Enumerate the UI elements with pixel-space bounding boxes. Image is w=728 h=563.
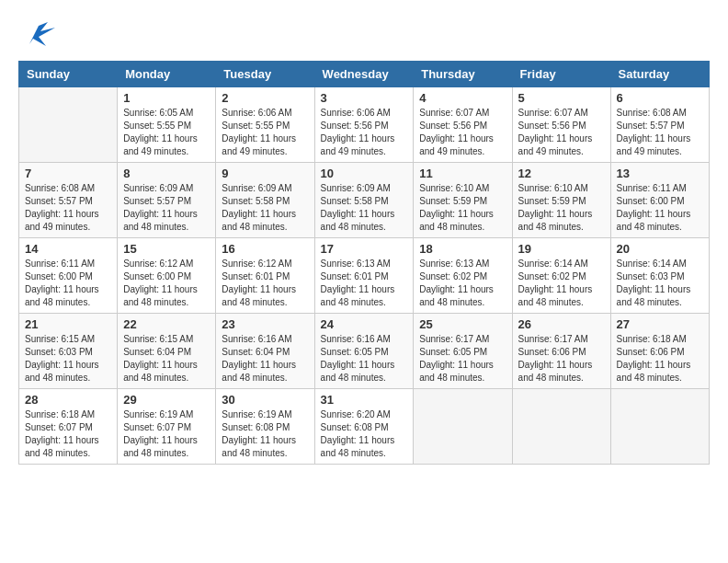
sunrise: Sunrise: 6:09 AM (321, 183, 391, 193)
day-number: 6 (617, 91, 703, 105)
day-number: 30 (222, 393, 308, 407)
daylight: Daylight: 11 hours and 49 minutes. (419, 133, 494, 156)
sunrise: Sunrise: 6:19 AM (123, 409, 193, 419)
daylight: Daylight: 11 hours and 48 minutes. (419, 209, 494, 232)
sunrise: Sunrise: 6:16 AM (222, 334, 291, 344)
day-number: 29 (123, 393, 210, 407)
day-number: 4 (419, 91, 506, 105)
sunset: Sunset: 6:01 PM (222, 271, 290, 282)
day-of-week-header: Wednesday (314, 62, 414, 87)
sunrise: Sunrise: 6:18 AM (25, 409, 95, 419)
sunrise: Sunrise: 6:10 AM (419, 183, 489, 193)
sunrise: Sunrise: 6:15 AM (123, 334, 193, 344)
day-info: Sunrise: 6:11 AM Sunset: 6:00 PM Dayligh… (25, 258, 111, 309)
calendar-cell: 9 Sunrise: 6:09 AM Sunset: 5:58 PM Dayli… (216, 163, 314, 238)
calendar-week-row: 1 Sunrise: 6:05 AM Sunset: 5:55 PM Dayli… (19, 87, 710, 163)
sunrise: Sunrise: 6:08 AM (25, 183, 95, 193)
calendar-cell: 23 Sunrise: 6:16 AM Sunset: 6:04 PM Dayl… (216, 314, 314, 389)
calendar-cell: 5 Sunrise: 6:07 AM Sunset: 5:56 PM Dayli… (512, 87, 610, 163)
sunrise: Sunrise: 6:17 AM (518, 334, 588, 344)
sunset: Sunset: 6:06 PM (617, 347, 685, 357)
calendar-cell: 21 Sunrise: 6:15 AM Sunset: 6:03 PM Dayl… (19, 314, 118, 389)
daylight: Daylight: 11 hours and 49 minutes. (321, 133, 395, 156)
daylight: Daylight: 11 hours and 49 minutes. (518, 133, 593, 156)
day-info: Sunrise: 6:13 AM Sunset: 6:01 PM Dayligh… (321, 258, 408, 309)
daylight: Daylight: 11 hours and 48 minutes. (419, 360, 494, 383)
daylight: Daylight: 11 hours and 48 minutes. (25, 360, 99, 383)
day-info: Sunrise: 6:11 AM Sunset: 6:00 PM Dayligh… (617, 182, 703, 234)
day-info: Sunrise: 6:10 AM Sunset: 5:59 PM Dayligh… (518, 182, 605, 234)
logo-bird-icon (20, 18, 55, 52)
daylight: Daylight: 11 hours and 48 minutes. (222, 435, 296, 458)
day-number: 2 (222, 91, 308, 105)
day-info: Sunrise: 6:15 AM Sunset: 6:04 PM Dayligh… (123, 333, 210, 385)
sunset: Sunset: 6:05 PM (419, 347, 487, 357)
sunrise: Sunrise: 6:12 AM (123, 259, 193, 269)
calendar-cell (414, 389, 512, 465)
day-number: 5 (518, 91, 605, 105)
logo (18, 18, 55, 52)
sunset: Sunset: 6:03 PM (25, 347, 93, 357)
day-of-week-header: Thursday (414, 62, 512, 87)
day-info: Sunrise: 6:14 AM Sunset: 6:02 PM Dayligh… (518, 258, 605, 309)
day-info: Sunrise: 6:13 AM Sunset: 6:02 PM Dayligh… (419, 258, 506, 309)
day-number: 14 (25, 242, 111, 256)
day-number: 15 (123, 242, 210, 256)
sunrise: Sunrise: 6:09 AM (123, 183, 193, 193)
day-number: 17 (321, 242, 408, 256)
day-number: 18 (419, 242, 506, 256)
calendar-cell: 29 Sunrise: 6:19 AM Sunset: 6:07 PM Dayl… (118, 389, 216, 465)
sunset: Sunset: 5:58 PM (222, 196, 290, 206)
calendar-cell: 3 Sunrise: 6:06 AM Sunset: 5:56 PM Dayli… (314, 87, 414, 163)
day-info: Sunrise: 6:20 AM Sunset: 6:08 PM Dayligh… (321, 408, 408, 460)
daylight: Daylight: 11 hours and 48 minutes. (222, 284, 296, 307)
daylight: Daylight: 11 hours and 48 minutes. (222, 360, 296, 383)
calendar-cell: 25 Sunrise: 6:17 AM Sunset: 6:05 PM Dayl… (414, 314, 512, 389)
sunset: Sunset: 6:04 PM (222, 347, 290, 357)
daylight: Daylight: 11 hours and 48 minutes. (617, 209, 691, 232)
day-info: Sunrise: 6:16 AM Sunset: 6:05 PM Dayligh… (321, 333, 408, 385)
daylight: Daylight: 11 hours and 48 minutes. (25, 435, 99, 458)
day-info: Sunrise: 6:07 AM Sunset: 5:56 PM Dayligh… (518, 107, 605, 158)
day-number: 11 (419, 167, 506, 180)
day-number: 23 (222, 317, 308, 331)
daylight: Daylight: 11 hours and 48 minutes. (123, 435, 198, 458)
sunset: Sunset: 6:05 PM (321, 347, 389, 357)
calendar-cell: 13 Sunrise: 6:11 AM Sunset: 6:00 PM Dayl… (610, 163, 709, 238)
sunrise: Sunrise: 6:14 AM (617, 259, 687, 269)
calendar-cell: 26 Sunrise: 6:17 AM Sunset: 6:06 PM Dayl… (512, 314, 610, 389)
calendar-cell: 1 Sunrise: 6:05 AM Sunset: 5:55 PM Dayli… (118, 87, 216, 163)
calendar-cell: 18 Sunrise: 6:13 AM Sunset: 6:02 PM Dayl… (414, 238, 512, 314)
sunset: Sunset: 5:57 PM (25, 196, 93, 206)
calendar-cell: 11 Sunrise: 6:10 AM Sunset: 5:59 PM Dayl… (414, 163, 512, 238)
daylight: Daylight: 11 hours and 48 minutes. (321, 209, 395, 232)
sunset: Sunset: 6:06 PM (518, 347, 586, 357)
sunrise: Sunrise: 6:10 AM (518, 183, 588, 193)
day-info: Sunrise: 6:12 AM Sunset: 6:01 PM Dayligh… (222, 258, 308, 309)
sunrise: Sunrise: 6:15 AM (25, 334, 95, 344)
daylight: Daylight: 11 hours and 48 minutes. (321, 360, 395, 383)
daylight: Daylight: 11 hours and 49 minutes. (25, 209, 99, 232)
sunset: Sunset: 6:07 PM (123, 422, 191, 432)
day-of-week-header: Saturday (610, 62, 709, 87)
day-of-week-header: Friday (512, 62, 610, 87)
sunset: Sunset: 6:08 PM (222, 422, 290, 432)
day-number: 19 (518, 242, 605, 256)
calendar-cell: 19 Sunrise: 6:14 AM Sunset: 6:02 PM Dayl… (512, 238, 610, 314)
sunrise: Sunrise: 6:08 AM (617, 108, 687, 118)
daylight: Daylight: 11 hours and 48 minutes. (25, 284, 99, 307)
calendar-cell: 30 Sunrise: 6:19 AM Sunset: 6:08 PM Dayl… (216, 389, 314, 465)
day-info: Sunrise: 6:09 AM Sunset: 5:58 PM Dayligh… (222, 182, 308, 234)
sunset: Sunset: 5:56 PM (321, 121, 389, 131)
sunrise: Sunrise: 6:20 AM (321, 409, 391, 419)
day-number: 26 (518, 317, 605, 331)
day-number: 22 (123, 317, 210, 331)
calendar-cell: 16 Sunrise: 6:12 AM Sunset: 6:01 PM Dayl… (216, 238, 314, 314)
calendar-cell: 22 Sunrise: 6:15 AM Sunset: 6:04 PM Dayl… (118, 314, 216, 389)
sunset: Sunset: 6:00 PM (617, 196, 685, 206)
day-number: 27 (617, 317, 703, 331)
daylight: Daylight: 11 hours and 48 minutes. (321, 435, 395, 458)
daylight: Daylight: 11 hours and 48 minutes. (419, 284, 494, 307)
day-number: 8 (123, 167, 210, 180)
sunset: Sunset: 6:02 PM (518, 271, 586, 282)
